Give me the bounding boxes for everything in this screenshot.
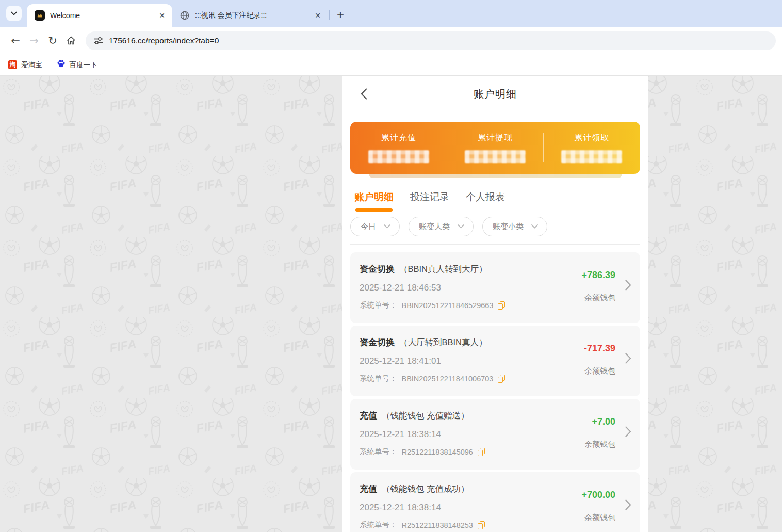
record-wallet: 余额钱包 (581, 293, 615, 303)
chevron-right-icon[interactable] (625, 280, 631, 293)
filter-label: 账变小类 (493, 222, 524, 232)
record-card[interactable]: 充值 （钱能钱包 充值成功） 2025-12-21 18:38:14 系统单号：… (350, 472, 640, 532)
record-detail: （BBIN真人转到大厅） (399, 264, 487, 275)
filter-date-select[interactable]: 今日 (350, 217, 400, 236)
close-tab-icon[interactable]: ✕ (313, 10, 323, 21)
record-detail: （钱能钱包 充值赠送） (382, 410, 469, 422)
summary-card: 累计充值 累计提现 累计领取 (350, 122, 640, 174)
new-tab-button[interactable]: + (333, 7, 348, 23)
masked-value (368, 150, 429, 163)
masked-value (465, 150, 526, 163)
order-number: R2512211838148253 (402, 521, 473, 529)
taobao-icon: 淘 (8, 60, 17, 69)
summary-total-withdraw: 累计提现 (447, 122, 543, 174)
bookmark-aitaobao[interactable]: 淘 爱淘宝 (8, 60, 42, 70)
tab-title: Welcome (50, 11, 157, 20)
copy-icon[interactable] (478, 448, 484, 456)
record-amount: +786.39 (581, 270, 615, 281)
filter-row: 今日 账变大类 账变小类 (350, 212, 640, 245)
url-text[interactable]: 175616.cc/reports/index?tab=0 (109, 36, 219, 45)
record-detail: （大厅转到BBIN真人） (399, 337, 487, 348)
copy-icon[interactable] (498, 301, 504, 309)
summary-card-shadow-strip (369, 174, 622, 178)
tab-personal-report[interactable]: 个人报表 (466, 190, 505, 212)
browser-toolbar: ← → ↻ 175616.cc/reports/index?tab=0 (0, 27, 782, 54)
chevron-right-icon[interactable] (625, 353, 631, 366)
page-background: FIFA FIFA (0, 76, 782, 532)
chevron-down-icon (458, 224, 464, 229)
browser-window: Welcome ✕ :::视讯 会员下注纪录::: ✕ + ← → ↻ 1756… (0, 0, 782, 532)
globe-icon (180, 10, 190, 21)
summary-divider (447, 133, 447, 162)
record-wallet: 余额钱包 (584, 440, 615, 449)
filter-label: 今日 (361, 222, 376, 232)
summary-total-deposit: 累计充值 (350, 122, 447, 174)
bookmarks-bar: 淘 爱淘宝 百度一下 (0, 54, 782, 76)
back-chevron-icon[interactable] (356, 87, 371, 101)
copy-icon[interactable] (498, 375, 504, 382)
record-amount: +7.00 (584, 416, 615, 427)
chevron-right-icon[interactable] (625, 426, 631, 439)
page-title: 账户明细 (474, 87, 517, 101)
home-button[interactable] (62, 31, 80, 50)
chevron-down-icon (531, 224, 538, 229)
order-number: BBIN202512211841006703 (402, 375, 494, 383)
order-label: 系统单号： (360, 520, 397, 530)
order-label: 系统单号： (360, 374, 397, 383)
tab-title: :::视讯 会员下注纪录::: (195, 11, 313, 20)
panel-body: 累计充值 累计提现 累计领取 (342, 112, 648, 532)
tab-bet-records[interactable]: 投注记录 (410, 190, 449, 212)
bookmark-label: 爱淘宝 (21, 60, 42, 70)
bookmark-label: 百度一下 (70, 60, 97, 70)
record-type: 资金切换 (360, 336, 395, 348)
record-card[interactable]: 资金切换 （BBIN真人转到大厅） 2025-12-21 18:46:53 系统… (350, 252, 640, 323)
summary-label: 累计充值 (381, 133, 416, 143)
reload-button[interactable]: ↻ (43, 31, 62, 50)
summary-divider (543, 133, 544, 162)
chevron-down-icon (384, 224, 390, 229)
browser-tab-records[interactable]: :::视讯 会员下注纪录::: ✕ (172, 4, 327, 27)
bookmark-baidu[interactable]: 百度一下 (57, 59, 97, 70)
record-card[interactable]: 充值 （钱能钱包 充值赠送） 2025-12-21 18:38:14 系统单号：… (350, 399, 640, 470)
tab-account-detail[interactable]: 账户明细 (354, 190, 394, 212)
record-amount: +700.00 (581, 490, 615, 501)
record-wallet: 余额钱包 (584, 366, 615, 376)
order-label: 系统单号： (360, 300, 397, 310)
chevron-right-icon[interactable] (625, 499, 631, 512)
summary-label: 累计领取 (574, 133, 609, 143)
site-favicon-icon (35, 10, 45, 21)
filter-label: 账变大类 (419, 222, 450, 232)
account-detail-panel: 账户明细 累计充值 累计提现 累计领取 (342, 76, 648, 532)
tab-divider (329, 10, 330, 20)
copy-icon[interactable] (478, 521, 484, 529)
browser-tab-welcome[interactable]: Welcome ✕ (27, 4, 172, 27)
filter-minor-category-select[interactable]: 账变小类 (482, 217, 547, 236)
report-tabs: 账户明细 投注记录 个人报表 (350, 178, 640, 212)
record-detail: （钱能钱包 充值成功） (382, 483, 469, 495)
summary-label: 累计提现 (478, 133, 513, 143)
site-settings-icon[interactable] (94, 37, 103, 44)
record-amount: -717.39 (584, 343, 615, 354)
back-button[interactable]: ← (6, 31, 25, 50)
filter-major-category-select[interactable]: 账变大类 (409, 217, 474, 236)
record-type: 资金切换 (360, 263, 395, 275)
masked-value (561, 150, 622, 163)
baidu-paw-icon (57, 59, 66, 70)
chevron-down-icon (11, 11, 17, 15)
record-wallet: 余额钱包 (581, 513, 615, 523)
order-number: BBIN202512211846529663 (402, 301, 494, 310)
order-number: R2512211838145096 (402, 448, 473, 456)
record-list: 资金切换 （BBIN真人转到大厅） 2025-12-21 18:46:53 系统… (350, 245, 640, 532)
summary-total-claimed: 累计领取 (544, 122, 640, 174)
order-label: 系统单号： (360, 447, 397, 457)
tab-search-button[interactable] (6, 6, 22, 21)
record-type: 充值 (360, 410, 377, 422)
forward-button[interactable]: → (25, 31, 43, 50)
close-tab-icon[interactable]: ✕ (157, 10, 167, 21)
tab-strip: Welcome ✕ :::视讯 会员下注纪录::: ✕ + (0, 0, 782, 27)
address-bar[interactable]: 175616.cc/reports/index?tab=0 (86, 31, 776, 50)
panel-header: 账户明细 (342, 76, 648, 112)
record-card[interactable]: 资金切换 （大厅转到BBIN真人） 2025-12-21 18:41:01 系统… (350, 326, 640, 396)
record-type: 充值 (360, 483, 377, 495)
